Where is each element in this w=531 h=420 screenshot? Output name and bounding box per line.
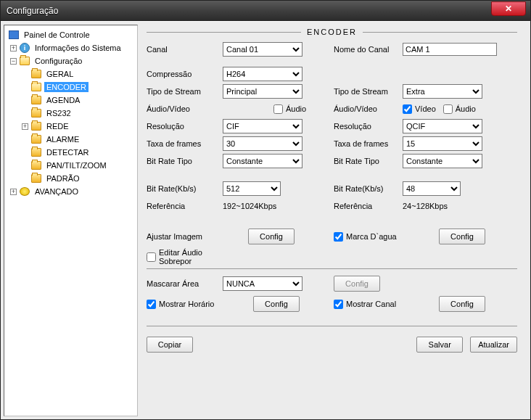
label-video-extra: Vídeo (415, 104, 436, 113)
canal-select[interactable]: Canal 01 (223, 42, 302, 57)
label-ajustar-imagem: Ajustar Imagem (147, 232, 248, 241)
label-av-main: Áudio/Vídeo (147, 104, 223, 113)
salvar-button[interactable]: Salvar (416, 337, 463, 353)
ajustar-imagem-config-button[interactable]: Config (248, 228, 295, 244)
tree-item-padr-o[interactable]: PADRÃO (4, 172, 137, 185)
tree-item-rede[interactable]: +REDE (4, 120, 137, 133)
label-ref-main: Referência (147, 202, 223, 210)
label-tipo-stream-main: Tipo de Stream (147, 87, 223, 96)
label-brtipo-extra: Bit Rate Tipo (334, 157, 403, 165)
mostrar-horario-checkbox[interactable] (147, 300, 156, 309)
tree-item-rs232[interactable]: RS232 (4, 107, 137, 120)
mostrar-horario-config-button[interactable]: Config (253, 296, 300, 312)
tipo-stream-extra-select[interactable]: Extra (403, 84, 482, 99)
label-fps-main: Taxa de frames (147, 139, 223, 148)
atualizar-button[interactable]: Atualizar (470, 337, 517, 353)
tree-item-label: DETECTAR (44, 147, 91, 157)
folder-icon (31, 83, 41, 91)
label-marca-dagua: Marca D`agua (346, 232, 439, 241)
label-editar-audio: Editar Áudio Sobrepor (159, 248, 217, 265)
tree-item-geral[interactable]: GERAL (4, 67, 137, 81)
label-br-main: Bit Rate(Kb/s) (147, 184, 223, 193)
config-window: Configuração ✕ Painel de Controle + i In… (0, 0, 531, 420)
marca-dagua-config-button[interactable]: Config (439, 228, 485, 244)
res-main-select[interactable]: CIF (223, 119, 302, 133)
mostrar-canal-checkbox[interactable] (334, 300, 343, 309)
label-res-main: Resolução (147, 122, 223, 131)
tree-item-label: PAN/TILT/ZOOM (44, 160, 109, 170)
tree-system-info[interactable]: + i Informações do Sistema (4, 41, 137, 54)
video-extra-checkbox[interactable] (403, 104, 412, 114)
ref-extra-value: 24~128Kbps (403, 202, 448, 210)
expander-icon[interactable]: + (10, 189, 17, 195)
separator (147, 326, 517, 326)
group-header: ENCODER (147, 28, 517, 36)
audio-main-checkbox[interactable] (273, 104, 283, 114)
brtipo-main-select[interactable]: Constante (223, 154, 302, 168)
panel-icon (9, 30, 19, 39)
folder-icon (31, 135, 41, 144)
tree-item-alarme[interactable]: ALARME (4, 133, 137, 146)
navigation-tree[interactable]: Painel de Controle + i Informações do Si… (4, 25, 138, 416)
titlebar: Configuração ✕ (1, 1, 530, 21)
tree-item-pan-tilt-zoom[interactable]: PAN/TILT/ZOOM (4, 159, 137, 172)
separator (147, 268, 517, 269)
ref-main-value: 192~1024Kbps (223, 202, 276, 210)
br-extra-select[interactable]: 48 (403, 181, 461, 196)
expander-icon[interactable]: − (10, 58, 17, 65)
folder-icon (31, 70, 41, 78)
label-mostrar-canal: Mostrar Canal (346, 300, 439, 308)
nome-canal-input[interactable] (403, 43, 497, 56)
label-av-extra: Áudio/Vídeo (334, 104, 403, 113)
label-ref-extra: Referência (334, 202, 403, 210)
folder-icon (31, 174, 41, 183)
folder-open-icon (20, 57, 30, 65)
tree-config[interactable]: − Configuração (4, 54, 137, 67)
copiar-button[interactable]: Copiar (147, 337, 193, 353)
label-nome-canal: Nome do Canal (334, 45, 403, 54)
advanced-icon (20, 187, 30, 196)
tree-item-agenda[interactable]: AGENDA (4, 94, 137, 107)
window-body: Painel de Controle + i Informações do Si… (1, 21, 530, 419)
label-compressao: Compressão (147, 70, 223, 78)
label-mostrar-horario: Mostrar Horário (159, 300, 253, 308)
expander-icon[interactable]: + (22, 123, 28, 130)
folder-icon (31, 109, 41, 118)
editar-audio-checkbox[interactable] (147, 252, 156, 262)
mascarar-config-button: Config (334, 276, 380, 292)
label-canal: Canal (147, 45, 223, 54)
tree-item-label: RS232 (44, 108, 73, 118)
marca-dagua-checkbox[interactable] (334, 232, 343, 242)
fps-main-select[interactable]: 30 (223, 136, 302, 151)
expander-icon[interactable]: + (10, 45, 17, 52)
tree-item-label: REDE (44, 121, 71, 131)
folder-icon (31, 148, 41, 157)
tree-item-label: GERAL (44, 69, 75, 79)
folder-icon (31, 96, 41, 104)
res-extra-select[interactable]: QCIF (403, 119, 482, 133)
tree-advanced[interactable]: + AVANÇADO (4, 185, 137, 198)
mostrar-canal-config-button[interactable]: Config (439, 296, 485, 312)
label-mascarar: Mascarar Área (147, 279, 223, 288)
close-button[interactable]: ✕ (491, 1, 526, 16)
label-brtipo-main: Bit Rate Tipo (147, 157, 223, 165)
tree-root[interactable]: Painel de Controle (4, 28, 137, 41)
label-res-extra: Resolução (334, 122, 403, 131)
group-title: ENCODER (301, 28, 363, 36)
compressao-select[interactable]: H264 (223, 67, 302, 81)
folder-icon (31, 122, 41, 131)
fps-extra-select[interactable]: 15 (403, 136, 482, 151)
label-br-extra: Bit Rate(Kb/s) (334, 184, 403, 193)
tipo-stream-main-select[interactable]: Principal (223, 84, 302, 99)
mascarar-select[interactable]: NUNCA (223, 276, 302, 291)
br-main-select[interactable]: 512 (223, 181, 281, 196)
tree-item-detectar[interactable]: DETECTAR (4, 146, 137, 159)
tree-item-label: PADRÃO (44, 173, 82, 184)
tree-item-encoder[interactable]: ENCODER (4, 81, 137, 94)
window-title: Configuração (7, 6, 58, 16)
label-audio-main: Áudio (286, 104, 306, 113)
audio-extra-checkbox[interactable] (443, 104, 453, 114)
tree-item-label: ENCODER (44, 82, 88, 92)
brtipo-extra-select[interactable]: Constante (403, 154, 482, 168)
label-fps-extra: Taxa de frames (334, 139, 403, 148)
